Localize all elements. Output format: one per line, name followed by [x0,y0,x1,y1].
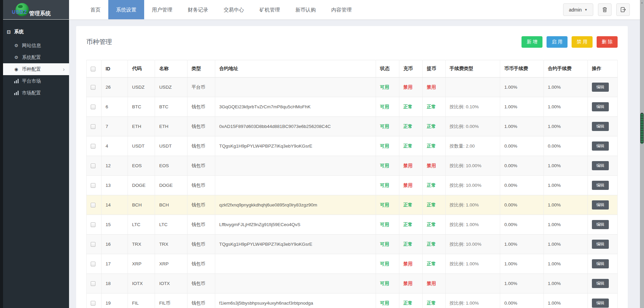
cell-code: USDT [128,136,155,156]
row-checkbox[interactable] [91,85,95,90]
scrollbar-thumb[interactable] [640,113,644,144]
logout-icon [620,7,626,13]
nav-item-content-management[interactable]: 内容管理 [324,0,359,19]
edit-button[interactable]: 编辑 [592,220,609,229]
scrollbar[interactable]: ▲ [640,0,644,308]
sidebar-section-system[interactable]: ⊟ 系统 [0,19,69,37]
edit-button[interactable]: 编辑 [592,141,609,151]
edit-button[interactable]: 编辑 [592,299,609,308]
cell-deposit: 禁用 [399,78,423,97]
edit-button[interactable]: 编辑 [592,122,609,131]
sidebar-item-platform-market[interactable]: 平台市场 [0,75,69,87]
logout-button[interactable] [616,3,630,16]
disable-button[interactable]: 禁 用 [572,36,593,48]
enable-button[interactable]: 启 用 [547,36,568,48]
card-header: 币种管理 新 增启 用禁 用删 除 [76,26,628,56]
cell-contract-address [215,274,376,293]
cell-id: 16 [101,235,128,254]
sidebar-item-market-config[interactable]: 市场配置 [0,87,69,99]
sidebar-item-coin-config[interactable]: ◉币种配置› [0,63,69,75]
cell-name: FIL币 [155,293,187,308]
cell-contract-address: qzkf2fxnq9pnygkkdhqhj6ue0895rq0lry83zgz9… [215,195,376,215]
admin-user-dropdown[interactable]: admin ▼ [563,3,593,16]
withdraw-badge: 禁用 [427,85,436,90]
row-checkbox[interactable] [91,163,95,168]
edit-button[interactable]: 编辑 [592,181,609,190]
select-all-checkbox[interactable] [91,67,95,71]
edit-button[interactable]: 编辑 [592,240,609,249]
withdraw-badge: 正常 [427,261,436,266]
page-title: 币种管理 [86,38,112,46]
cell-contract-address: 0xAD15F897d603D8bb44d881BC9073e6b256208C… [215,117,376,136]
edit-button[interactable]: 编辑 [592,259,609,268]
cell-deposit: 禁用 [399,156,423,176]
cell-type: 钱包币 [187,195,215,215]
row-checkbox[interactable] [91,105,95,109]
row-checkbox[interactable] [91,203,95,207]
cell-withdraw: 正常 [423,136,445,156]
row-checkbox[interactable] [91,281,95,286]
cell-withdraw: 禁用 [423,78,445,97]
nav-item-user-management[interactable]: 用户管理 [144,0,180,19]
cell-withdraw: 正常 [423,195,445,215]
cell-code: USDZ [128,78,155,97]
cell-code: DOGE [128,176,155,195]
row-checkbox[interactable] [91,183,95,188]
cell-id: 26 [101,78,128,97]
admin-user-label: admin [569,7,582,13]
nav-item-finance-records[interactable]: 财务记录 [180,0,216,19]
cell-id: 7 [101,117,128,136]
sidebar-item-site-info[interactable]: ⚙网站信息 [0,40,69,51]
column-header: 手续费类型 [445,60,500,78]
edit-button[interactable]: 编辑 [592,161,609,170]
nav-item-miner-management[interactable]: 矿机管理 [252,0,288,19]
clear-cache-button[interactable] [598,3,612,16]
table-row: 16TRXTRX钱包币TQgsKg1H9pPYLW4PBPZ7iKq3ebY9o… [87,235,618,254]
add-button[interactable]: 新 增 [521,36,542,48]
row-checkbox[interactable] [91,222,95,227]
cell-contract-fee: 1.00% [543,97,587,117]
edit-button[interactable]: 编辑 [592,83,609,92]
edit-button[interactable]: 编辑 [592,200,609,210]
table-row: 15LTCLTC钱包币LffbvygmFJLjHfZ9nZg91fij59ECe… [87,215,618,235]
edit-button[interactable]: 编辑 [592,279,609,288]
cell-contract-fee: 0.00% [543,136,587,156]
cell-name: BCH [155,195,187,215]
cell-type: 钱包币 [187,97,215,117]
row-checkbox[interactable] [91,124,95,129]
cell-name: EOS [155,156,187,176]
nav-item-home[interactable]: 首页 [83,0,108,19]
row-checkbox[interactable] [91,144,95,149]
cell-checkbox [87,156,102,176]
cell-checkbox [87,176,102,195]
sidebar-item-system-config[interactable]: ⚙系统配置 [0,51,69,63]
row-checkbox[interactable] [91,301,95,306]
nav-item-new-coin-subscription[interactable]: 新币认购 [288,0,324,19]
nav-item-system-settings[interactable]: 系统设置 [108,0,144,19]
coin-management-card: 币种管理 新 增启 用禁 用删 除 ID代码名称类型合约地址状态充币提币手续费类… [76,26,628,308]
sidebar-item-label: 平台市场 [22,78,41,84]
row-checkbox[interactable] [91,242,95,247]
nav-item-trade-center[interactable]: 交易中心 [216,0,252,19]
cell-contract-fee: 1.00% [543,215,587,235]
delete-button[interactable]: 删 除 [597,36,618,48]
scrollbar-up-arrow[interactable]: ▲ [640,0,644,5]
withdraw-badge: 禁用 [427,163,436,168]
cell-code: BTC [128,97,155,117]
cell-contract-address: LffbvygmFJLjHfZ9nZg91fij59ECeo4QvS [215,215,376,235]
cell-type: 钱包币 [187,215,215,235]
column-header: 币币手续费 [500,60,544,78]
cell-contract-address [215,78,376,97]
cell-fee-type: 按比例: 10.00% [445,176,500,195]
cell-fee-type: 按比例: 10.00% [445,156,500,176]
cell-withdraw: 正常 [423,235,445,254]
cell-name: XRP [155,254,187,274]
cell-type: 钱包币 [187,156,215,176]
cell-status: 可用 [376,117,399,136]
cell-coin-fee: 0.00% [500,176,544,195]
cell-coin-fee: 0.00% [500,293,544,308]
cell-actions: 编辑 [588,254,618,274]
row-checkbox[interactable] [91,262,95,266]
cell-withdraw: 正常 [423,176,445,195]
edit-button[interactable]: 编辑 [592,102,609,111]
